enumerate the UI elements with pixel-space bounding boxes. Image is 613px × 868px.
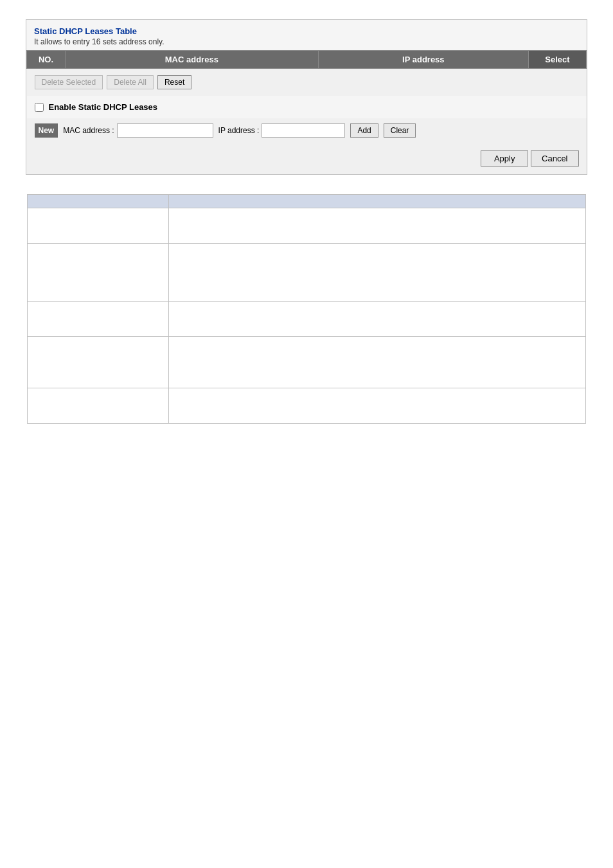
enable-label[interactable]: Enable Static DHCP Leases [35, 102, 579, 112]
col-header-ip: IP address [318, 51, 528, 69]
col-header-no: NO. [27, 51, 66, 69]
enable-label-text: Enable Static DHCP Leases [49, 102, 158, 112]
buttons-row: Delete Selected Delete All Reset [27, 69, 587, 96]
mac-address-input[interactable] [117, 123, 213, 138]
table-row [28, 302, 586, 337]
table-row [28, 388, 586, 424]
clear-button[interactable]: Clear [384, 123, 416, 138]
reset-button[interactable]: Reset [157, 75, 191, 89]
buttons-container: Delete Selected Delete All Reset [35, 75, 579, 89]
delete-all-button[interactable]: Delete All [107, 75, 154, 89]
dhcp-section-title: Static DHCP Leases Table [34, 26, 579, 36]
mac-field-group: MAC address : [63, 123, 213, 138]
table-row [28, 337, 586, 388]
info-cell-right-1 [169, 208, 586, 244]
info-cell-left-2 [28, 244, 169, 302]
page-wrapper: Static DHCP Leases Table It allows to en… [0, 0, 613, 443]
info-cell-left-1 [28, 208, 169, 244]
info-table [27, 194, 586, 424]
cancel-button[interactable]: Cancel [531, 150, 578, 167]
info-col-header-left [28, 195, 169, 208]
info-cell-left-5 [28, 388, 169, 424]
new-label: New [35, 123, 58, 138]
enable-checkbox[interactable] [35, 103, 44, 112]
table-row [28, 208, 586, 244]
info-cell-right-5 [169, 388, 586, 424]
enable-row: Enable Static DHCP Leases [27, 96, 587, 118]
delete-selected-button[interactable]: Delete Selected [35, 75, 103, 89]
info-cell-right-3 [169, 302, 586, 337]
table-row [28, 244, 586, 302]
info-cell-left-3 [28, 302, 169, 337]
info-cell-left-4 [28, 337, 169, 388]
dhcp-section-subtitle: It allows to entry 16 sets address only. [34, 37, 579, 46]
ip-address-input[interactable] [262, 123, 345, 138]
col-header-mac: MAC address [66, 51, 319, 69]
apply-cancel-row: Apply Cancel [27, 143, 587, 174]
dhcp-table: NO. MAC address IP address Select Delete… [26, 50, 587, 174]
mac-address-label: MAC address : [63, 126, 114, 135]
dhcp-section-header: Static DHCP Leases Table It allows to en… [26, 20, 587, 50]
col-header-select: Select [529, 51, 587, 69]
dhcp-section: Static DHCP Leases Table It allows to en… [26, 19, 587, 175]
info-cell-right-4 [169, 337, 586, 388]
add-button[interactable]: Add [350, 123, 378, 138]
new-entry-container: New MAC address : IP address : Add Clear [35, 123, 579, 138]
info-cell-right-2 [169, 244, 586, 302]
info-col-header-right [169, 195, 586, 208]
ip-field-group: IP address : [218, 123, 346, 138]
apply-button[interactable]: Apply [481, 150, 529, 167]
ip-address-label: IP address : [218, 126, 260, 135]
new-entry-row: New MAC address : IP address : Add Clear [27, 118, 587, 143]
